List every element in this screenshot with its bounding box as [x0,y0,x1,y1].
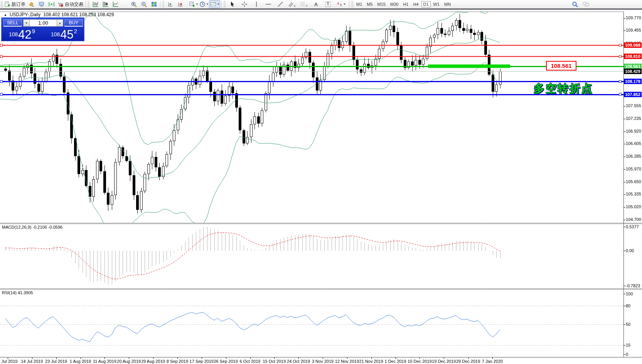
market-icon [28,1,35,7]
one-click-trade-panel: SELL ▼ ▲ BUY 108 42 9 108 45 2 [1,17,84,41]
vertical-line-button[interactable] [250,0,262,8]
equidistant-channel-button[interactable]: E [286,0,298,8]
timeframe-h1[interactable]: H1 [401,1,410,7]
line-handle[interactable] [619,93,622,96]
zoom-in-icon [131,1,137,8]
new-order-button[interactable]: 新订单 [3,0,26,8]
sell-price-sup: 9 [32,28,35,34]
timeframe-mn[interactable]: MN [442,1,453,7]
auto-trading-icon [57,1,64,7]
search-button[interactable] [570,0,580,8]
fibonacci-glyph: F [306,5,307,7]
toolbar-grip [162,1,164,7]
line-handle[interactable] [0,44,3,47]
new-order-icon [4,1,10,7]
toolbar-grip [88,1,89,7]
line-handle[interactable] [0,55,3,58]
auto-trading-button[interactable]: 自动交易 [56,0,84,8]
buy-price-sup: 2 [74,28,77,34]
macd-pane[interactable] [0,224,623,288]
line-handle[interactable] [619,44,622,47]
volume-stepper: ▼ ▲ [23,19,63,27]
step-forward-button[interactable] [165,0,175,8]
rsi-label: RSI(14) 41.3905 [2,290,33,295]
sell-button[interactable]: SELL [3,19,22,27]
timeframe-m30[interactable]: M30 [388,1,400,7]
buy-price-base: 108 [51,31,60,37]
toolbar-grip [1,1,3,7]
horizontal-line-button[interactable] [262,0,274,8]
template-icon [210,1,216,7]
line-handle[interactable] [0,80,3,83]
volume-down-button[interactable]: ▼ [23,19,30,27]
zoom-out-icon [141,1,147,8]
volume-up-button[interactable]: ▲ [57,19,63,27]
main-price-pane[interactable] [0,12,623,223]
line-handle[interactable] [0,93,3,96]
chart-symbol-period: USDJPY-,Daily [10,12,40,17]
line-chart-icon [112,1,119,7]
timeframe-d1[interactable]: D1 [421,1,431,7]
fibonacci-button[interactable]: F [298,0,310,8]
buy-button[interactable]: BUY [64,19,83,27]
crosshair-button[interactable] [238,0,250,8]
trading-platform-window: 新订单 [0,0,642,364]
chart-ohlc-values: 108.402 108.621 108.253 108.429 [43,12,114,17]
arrows-button[interactable]: ▾ [334,0,348,8]
timeframe-m15[interactable]: M15 [376,1,388,7]
buy-price-big: 45 [60,29,73,40]
candlestick-chart-icon [102,1,109,7]
toolbar-grip [351,1,353,7]
line-chart-button[interactable] [110,0,120,8]
toolbar: 新订单 [0,0,642,8]
new-chart-button[interactable]: ▾ [188,0,199,8]
clock-icon [199,1,206,7]
buy-price[interactable]: 108 45 2 [44,27,84,40]
volume-input[interactable] [30,19,57,27]
text-icon: A [314,2,318,7]
trendline-button[interactable] [274,0,286,8]
chat-button[interactable] [581,0,591,8]
sell-price[interactable]: 108 42 9 [2,27,42,40]
text-button[interactable]: A [310,0,322,8]
collapse-marker-icon[interactable]: ▲ [4,13,7,17]
timeframe-h4[interactable]: H4 [411,1,420,7]
bar-chart-button[interactable] [90,0,100,8]
channel-glyph: E [294,5,296,7]
bar-chart-icon [92,1,99,7]
rsi-pane[interactable] [0,290,623,357]
line-handle[interactable] [619,80,622,83]
stepper-up-icon: ▲ [59,22,61,24]
dropdown-caret: ▾ [344,3,345,6]
step-end-button[interactable] [175,0,185,8]
timeframe-m1[interactable]: M1 [354,1,364,7]
dropdown-caret: ▾ [207,3,208,6]
chart-annotation-text[interactable]: 多空转折点 [534,81,593,96]
toolbar-separator [221,1,222,8]
macd-label: MACD(12,26,9) -0.2106 -0.0596 [2,225,62,229]
signals-button[interactable] [46,0,56,8]
timeframe-group: M1M5M15M30H1H4D1W1MN [354,1,453,7]
timeframe-w1[interactable]: W1 [431,1,442,7]
period-button[interactable]: ▾ [199,0,209,8]
vertical-line-icon [253,1,259,7]
line-handle[interactable] [619,55,622,58]
sell-price-big: 42 [18,29,31,40]
horizontal-line-icon [265,1,271,7]
toolbar-bottom-strip [0,8,642,10]
template-button[interactable]: ▾ [209,0,220,8]
candlestick-chart-button[interactable] [100,0,110,8]
zoom-in-button[interactable] [129,0,139,8]
cursor-icon [229,1,235,7]
toolbar-separator [349,1,349,8]
toolbar-separator [160,1,160,8]
tile-windows-button[interactable] [149,0,159,8]
timeframe-m5[interactable]: M5 [365,1,374,7]
market-button[interactable] [26,0,36,8]
cursor-button[interactable] [226,0,238,8]
zoom-out-button[interactable] [139,0,149,8]
chart-title: ▲ USDJPY-,Daily 108.402 108.621 108.253 … [4,12,114,17]
price-callout-label[interactable]: 108.561 [546,61,576,71]
terminal-button[interactable] [36,0,46,8]
text-label-button[interactable]: T [322,0,334,8]
